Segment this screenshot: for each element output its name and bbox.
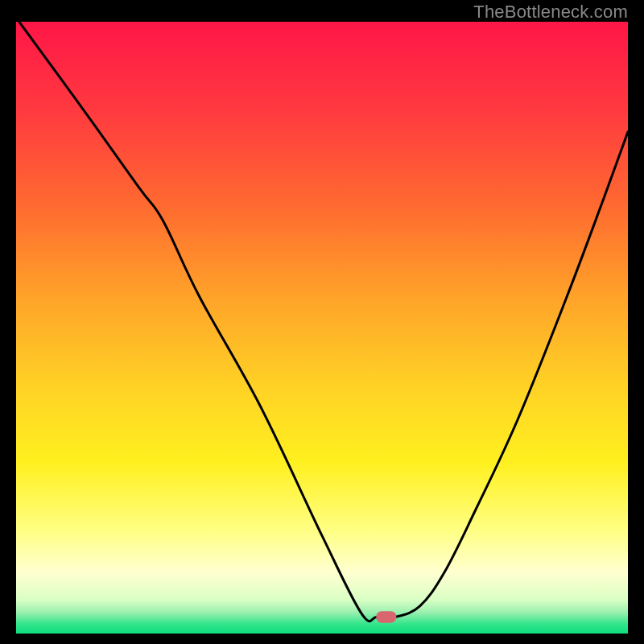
watermark-label: TheBottleneck.com [473,2,628,23]
chart-svg [16,22,628,634]
optimal-marker [376,611,396,622]
gradient-background [16,22,628,634]
plot-area [16,22,628,634]
chart-frame: TheBottleneck.com [0,0,644,644]
